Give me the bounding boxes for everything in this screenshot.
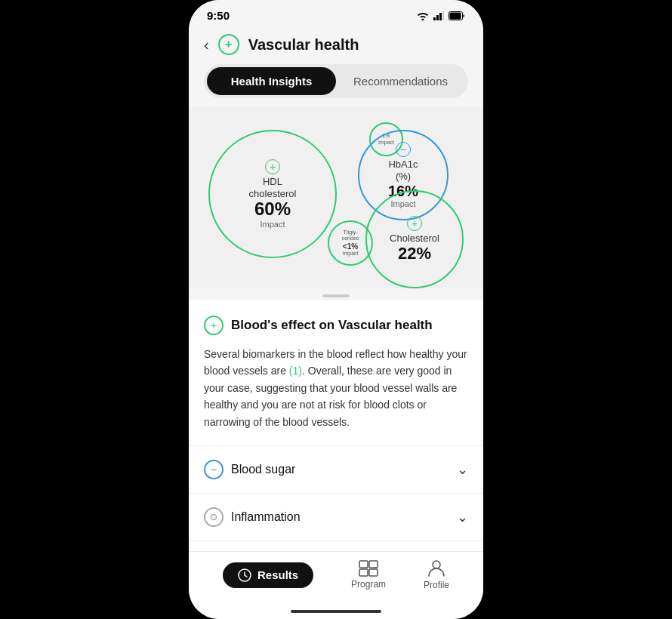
nav-results[interactable]: Results — [223, 562, 313, 588]
vascular-header-icon: + — [218, 34, 239, 55]
status-bar: 9:50 — [189, 0, 483, 28]
triglycerides-percent: <1% — [343, 242, 358, 251]
cholesterol-label: Cholesterol — [390, 233, 439, 245]
wifi-icon — [417, 11, 429, 20]
cholesterol-sign: + — [407, 216, 422, 231]
battery-icon — [449, 11, 465, 20]
blood-sugar-chevron: ⌄ — [457, 461, 468, 478]
blood-sugar-label: Blood sugar — [231, 463, 295, 476]
cholesterol-percent: 22% — [398, 245, 431, 263]
bottom-nav: Results Program Profil — [189, 551, 483, 605]
svg-rect-1 — [436, 15, 439, 20]
nav-profile[interactable]: Profile — [424, 559, 449, 590]
scroll-indicator — [189, 288, 483, 300]
back-button[interactable]: ‹ — [204, 36, 209, 54]
main-section-header: + Blood's effect on Vascular health — [204, 316, 468, 335]
triglycerides-impact: Impact — [342, 251, 358, 257]
tab-health-insights[interactable]: Health Insights — [207, 67, 336, 95]
accordion-blood-sugar-left: − Blood sugar — [204, 460, 295, 479]
tab-bar: Health Insights Recommendations — [204, 64, 468, 98]
inflammation-chevron: ⌄ — [457, 509, 468, 525]
program-label: Program — [351, 579, 386, 590]
nav-program[interactable]: Program — [351, 560, 386, 590]
results-label: Results — [257, 568, 298, 581]
svg-rect-8 — [359, 561, 368, 568]
scroll-content[interactable]: 1% Impact + HDLcholesterol 60% Impact − … — [189, 107, 483, 551]
triglycerides-label: Trigly-cerides — [342, 229, 359, 242]
main-section: + Blood's effect on Vascular health Seve… — [189, 300, 483, 446]
hdl-sign: + — [265, 159, 280, 174]
circle-icon — [210, 513, 217, 521]
program-icon — [359, 560, 378, 577]
hdl-percent: 60% — [254, 199, 291, 219]
svg-rect-9 — [369, 561, 378, 568]
svg-rect-11 — [369, 569, 378, 576]
main-section-icon: + — [204, 316, 223, 335]
content-body: + Blood's effect on Vascular health Seve… — [189, 300, 483, 551]
home-indicator — [189, 605, 483, 619]
blood-sugar-icon: − — [204, 460, 223, 479]
svg-rect-2 — [439, 13, 442, 20]
bubble-hdl: + HDLcholesterol 60% Impact — [208, 130, 337, 258]
signal-icon — [433, 11, 444, 20]
svg-rect-0 — [433, 17, 436, 20]
header: ‹ + Vascular health — [189, 28, 483, 64]
accordion-inflammation-left: Inflammation — [204, 507, 301, 527]
phone-frame: 9:50 ‹ + Vascular health — [189, 0, 483, 619]
inflammation-label: Inflammation — [231, 510, 301, 524]
svg-point-6 — [211, 514, 217, 519]
bubble-container: 1% Impact + HDLcholesterol 60% Impact − … — [201, 122, 471, 273]
main-section-body: Several biomarkers in the blood reflect … — [204, 346, 468, 430]
svg-rect-5 — [450, 12, 461, 19]
reference-marker: (1) — [289, 365, 302, 377]
bubble-cholesterol: + Cholesterol 22% — [365, 190, 464, 288]
inflammation-icon — [204, 507, 223, 527]
scroll-dot — [322, 294, 350, 297]
profile-label: Profile — [424, 580, 449, 590]
profile-icon-wrap: Profile — [424, 559, 449, 590]
results-icon — [238, 568, 251, 582]
hdl-impact: Impact — [260, 220, 285, 229]
status-icons — [417, 11, 465, 20]
tab-recommendations[interactable]: Recommendations — [336, 67, 465, 95]
main-section-title: Blood's effect on Vascular health — [231, 318, 433, 333]
home-bar — [291, 610, 381, 613]
program-icon-wrap: Program — [351, 560, 386, 590]
svg-point-12 — [433, 561, 440, 568]
hba1c-sign: − — [396, 142, 411, 157]
bubble-chart-area: 1% Impact + HDLcholesterol 60% Impact − … — [189, 107, 483, 288]
svg-rect-10 — [359, 569, 368, 576]
profile-icon — [428, 559, 445, 577]
hba1c-label: HbA1c(%) — [388, 159, 418, 182]
status-time: 9:50 — [207, 9, 230, 22]
svg-rect-3 — [442, 11, 444, 20]
accordion-blood-sugar[interactable]: − Blood sugar ⌄ — [189, 446, 483, 494]
accordion-inflammation[interactable]: Inflammation ⌄ — [189, 494, 483, 541]
accordion-lipids[interactable]: + Lipids ⌄ — [189, 541, 483, 551]
hdl-label: HDLcholesterol — [249, 176, 297, 199]
results-pill: Results — [223, 562, 313, 588]
page-title: Vascular health — [248, 36, 359, 54]
